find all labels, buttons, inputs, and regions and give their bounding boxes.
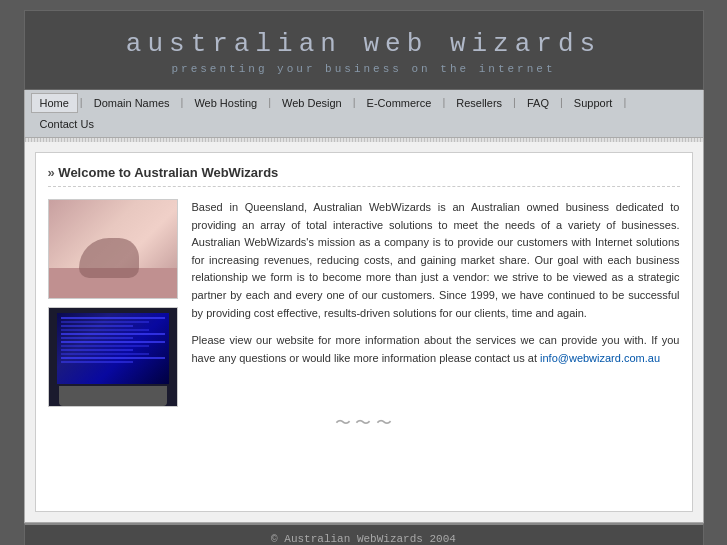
site-subtitle: presenting your business on the internet bbox=[45, 63, 683, 75]
page-title: Welcome to Australian WebWizards bbox=[48, 165, 680, 187]
content-box: Welcome to Australian WebWizards bbox=[35, 152, 693, 512]
nav-item-resellers[interactable]: Resellers bbox=[447, 93, 511, 113]
nav-item-support[interactable]: Support bbox=[565, 93, 622, 113]
page-wrapper: australian web wizards presenting your b… bbox=[24, 10, 704, 545]
content-inner: Based in Queensland, Australian WebWizar… bbox=[48, 199, 680, 407]
image-mouse bbox=[48, 199, 178, 299]
nav-item-web-design[interactable]: Web Design bbox=[273, 93, 351, 113]
site-footer: © Australian WebWizards 2004 bbox=[24, 523, 704, 545]
main-container: Welcome to Australian WebWizards bbox=[24, 142, 704, 523]
images-column bbox=[48, 199, 178, 407]
nav-item-web-hosting[interactable]: Web Hosting bbox=[185, 93, 266, 113]
email-link[interactable]: info@webwizard.com.au bbox=[540, 352, 660, 364]
image-computer bbox=[48, 307, 178, 407]
monitor-screen bbox=[57, 313, 169, 384]
text-column: Based in Queensland, Australian WebWizar… bbox=[192, 199, 680, 407]
nav-item-domain-names[interactable]: Domain Names bbox=[85, 93, 179, 113]
navigation-bar: Home | Domain Names | Web Hosting | Web … bbox=[24, 90, 704, 138]
nav-item-contact-us[interactable]: Contact Us bbox=[31, 114, 103, 134]
nav-item-home[interactable]: Home bbox=[31, 93, 78, 113]
nav-item-ecommerce[interactable]: E-Commerce bbox=[358, 93, 441, 113]
site-header: australian web wizards presenting your b… bbox=[24, 10, 704, 90]
scroll-decoration: 〜 〜 〜 bbox=[48, 407, 680, 440]
body-paragraph-1: Based in Queensland, Australian WebWizar… bbox=[192, 199, 680, 322]
footer-copyright: © Australian WebWizards 2004 bbox=[271, 533, 456, 545]
site-title: australian web wizards bbox=[45, 29, 683, 59]
nav-item-faq[interactable]: FAQ bbox=[518, 93, 558, 113]
monitor-body bbox=[59, 386, 167, 406]
body-paragraph-2: Please view our website for more informa… bbox=[192, 332, 680, 367]
